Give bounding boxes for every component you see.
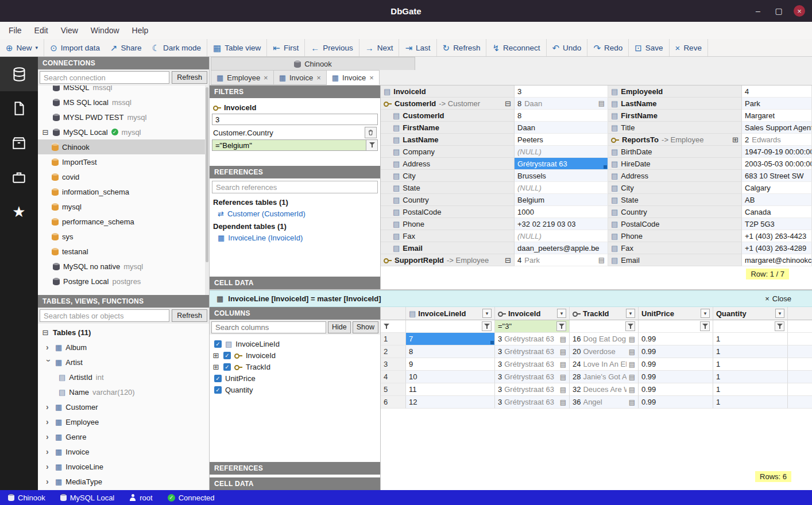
field-value[interactable]: 2Edwards (742, 134, 812, 146)
menu-file[interactable]: File (2, 22, 28, 39)
expand-box-icon[interactable]: ⊞ (732, 135, 738, 144)
hide-button[interactable]: Hide (328, 321, 351, 333)
reconnect-button[interactable]: ↯ Reconnect (487, 39, 545, 56)
grid-cell[interactable]: 0.99 (639, 333, 713, 345)
last-button[interactable]: ⇥ Last (400, 39, 435, 56)
grid-cell[interactable]: 12 (406, 396, 495, 409)
table-item[interactable]: › ▦ Album (38, 340, 209, 355)
detail-icon[interactable]: ▤ (560, 348, 566, 356)
import-data-button[interactable]: ⊙ Import data (45, 39, 105, 56)
filter-invoiceid-input[interactable] (212, 114, 378, 125)
chevron-right-icon[interactable]: › (46, 477, 52, 485)
collapse-box-icon[interactable]: ⊟ (505, 99, 511, 108)
tab-employee[interactable]: ▦ Employee × (211, 70, 274, 85)
grid-header-quantity[interactable]: Quantity ▾ (713, 307, 788, 320)
grid-cell[interactable]: 3Grétrystraat 63▤ (495, 345, 570, 358)
grid-cell[interactable]: 1 (713, 358, 788, 371)
tables-root[interactable]: ⊟ Tables (11) (38, 325, 209, 340)
grid-cell[interactable]: 3Grétrystraat 63▤ (495, 358, 570, 371)
grid-cell[interactable]: 3Grétrystraat 63▤ (495, 383, 570, 396)
tab-close-icon[interactable]: × (369, 73, 374, 82)
undo-button[interactable]: ↶ Undo (547, 39, 587, 56)
field-value[interactable]: 1000 (515, 206, 608, 218)
share-button[interactable]: ↗ Share (105, 39, 147, 56)
field-value[interactable]: daan_peeters@apple.be (515, 242, 608, 254)
chevron-down-icon[interactable]: › (45, 359, 53, 365)
chevron-right-icon[interactable]: › (46, 403, 52, 411)
connection-item[interactable]: MSSQL mssql (38, 86, 209, 95)
expand-box-icon[interactable]: ⊞ (212, 363, 220, 371)
database-item[interactable]: information_schema (38, 184, 209, 199)
statusbar-database[interactable]: Chinook (8, 494, 45, 502)
database-item[interactable]: covid (38, 169, 209, 184)
refresh-button[interactable]: ↻ Refresh (438, 39, 486, 56)
menu-window[interactable]: Window (84, 22, 126, 39)
column-toggle-row[interactable]: ✓ ▤ InvoiceLineId (212, 338, 378, 349)
tables-refresh-button[interactable]: Refresh (172, 309, 207, 322)
detail-icon[interactable]: ▤ (629, 398, 635, 406)
field-value[interactable]: (NULL) (515, 182, 608, 194)
grid-cell[interactable]: 32Deuces Are Wild▤ (570, 383, 639, 396)
field-value[interactable]: T2P 5G3 (742, 218, 812, 230)
detail-icon[interactable]: ▤ (560, 335, 566, 343)
field-value[interactable]: +1 (403) 263-4423 (742, 230, 812, 242)
filter-trackid[interactable] (570, 320, 639, 333)
table-item-expanded[interactable]: › ▦ Artist (38, 355, 209, 370)
filter-invoicelineid[interactable] (406, 320, 495, 333)
new-button[interactable]: ⊕ New ▾ (1, 39, 43, 56)
tab-close-icon[interactable]: × (316, 73, 321, 82)
column-item[interactable]: ▤ ArtistId int (38, 370, 209, 384)
menu-edit[interactable]: Edit (28, 22, 55, 39)
nav-archive-icon[interactable] (0, 126, 38, 160)
tab-close-icon[interactable]: × (264, 73, 268, 82)
menu-help[interactable]: Help (126, 22, 155, 39)
nav-favorites-icon[interactable]: ★ (0, 195, 38, 229)
statusbar-connection[interactable]: MySQL Local (60, 494, 115, 502)
save-button[interactable]: ⊡ Save (629, 39, 668, 56)
grid-cell[interactable]: 1 (713, 333, 788, 345)
filter-quantity[interactable] (713, 320, 788, 333)
grid-cell[interactable]: 1 (713, 345, 788, 358)
field-value[interactable]: (NULL) (515, 230, 608, 242)
table-item[interactable]: › ▦ InvoiceLine (38, 459, 209, 474)
filter-unitprice[interactable] (639, 320, 713, 333)
show-button[interactable]: Show (353, 321, 378, 333)
field-value[interactable]: Margaret (742, 110, 812, 122)
filter-menu-button[interactable] (625, 321, 635, 331)
tab-invoice-1[interactable]: ▦ Invoice × (274, 70, 327, 85)
filter-menu-button[interactable] (482, 321, 492, 331)
collapse-box-icon[interactable]: ⊟ (505, 256, 511, 265)
chevron-right-icon[interactable]: › (46, 463, 52, 471)
grid-cell[interactable]: 3Grétrystraat 63▤ (495, 396, 570, 409)
grid-cell[interactable]: 3Grétrystraat 63▤ (495, 333, 570, 345)
row-number[interactable]: 1 (381, 333, 406, 345)
field-value[interactable]: Daan (515, 122, 608, 134)
field-value[interactable]: Peeters (515, 134, 608, 146)
field-value[interactable]: 1947-09-19 00:00:00 (742, 146, 812, 158)
reference-link-invoiceline[interactable]: ▦ InvoiceLine (InvoiceId) (212, 232, 378, 244)
grid-cell[interactable]: 16Dog Eat Dog▤ (570, 333, 639, 345)
chevron-right-icon[interactable]: › (46, 343, 52, 351)
grid-cell[interactable]: 36Angel▤ (570, 396, 639, 409)
checkbox-checked-icon[interactable]: ✓ (223, 352, 231, 359)
tab-invoice-2-active[interactable]: ▦ Invoice × (327, 70, 380, 85)
detail-icon[interactable]: ▤ (560, 386, 566, 394)
filter-menu-button[interactable] (556, 321, 566, 331)
filter-country-input[interactable] (212, 139, 366, 151)
chevron-right-icon[interactable]: › (46, 418, 52, 426)
grid-cell[interactable]: 10 (406, 371, 495, 383)
grid-cell-selected[interactable]: 7 (406, 333, 495, 345)
collapse-box-icon[interactable]: ⊟ (41, 328, 49, 337)
grid-cell[interactable]: 0.99 (639, 383, 713, 396)
collapse-box-icon[interactable]: ⊟ (41, 128, 49, 137)
database-item[interactable]: ImportTest (38, 154, 209, 169)
grid-cell[interactable]: 28Janie's Got A Gun▤ (570, 371, 639, 383)
column-toggle-row[interactable]: ✓ UnitPrice (212, 372, 378, 384)
grid-cell[interactable]: 8 (406, 345, 495, 358)
row-number[interactable]: 5 (381, 383, 406, 396)
row-number[interactable]: 4 (381, 371, 406, 383)
connection-item[interactable]: MySQL no native mysql (38, 259, 209, 274)
field-value[interactable]: +1 (403) 263-4289 (742, 242, 812, 254)
checkbox-checked-icon[interactable]: ✓ (214, 386, 222, 394)
detail-icon[interactable]: ▤ (560, 373, 566, 381)
